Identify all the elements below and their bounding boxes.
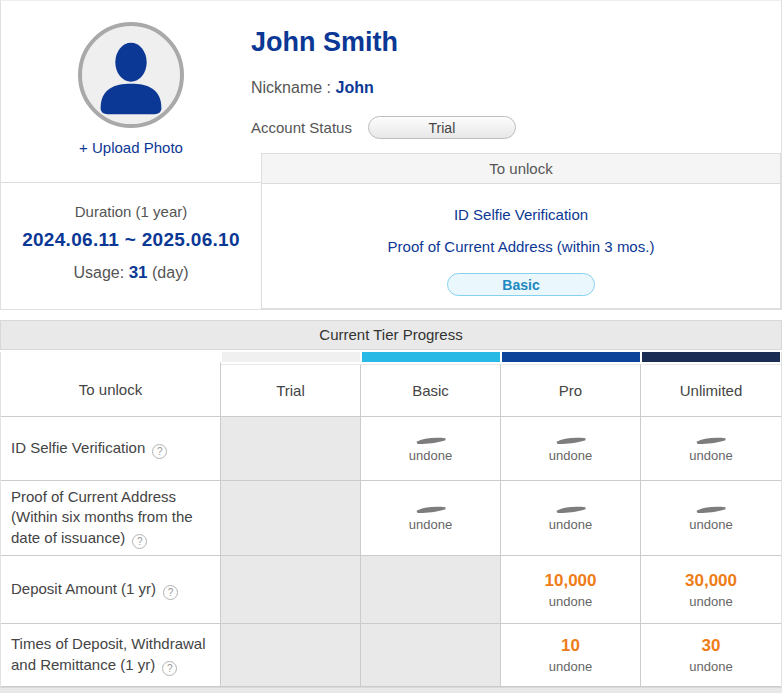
table-row-id-selfie: ID Selfie Verification? undone undone un…: [1, 417, 781, 481]
nickname-row: Nickname : John: [251, 79, 781, 97]
row-label: Deposit Amount (1 yr)?: [1, 556, 221, 623]
column-header-basic: Basic: [361, 364, 501, 416]
cell-pro-target: 10 undone: [501, 624, 641, 686]
help-icon[interactable]: ?: [132, 534, 147, 549]
to-unlock-panel: To unlock ID Selfie Verification Proof o…: [261, 153, 781, 309]
account-status-badge: Trial: [368, 116, 516, 139]
target-value: 30: [702, 636, 721, 656]
nickname-value: John: [335, 79, 373, 96]
duration-range: 2024.06.11 ~ 2025.06.10: [1, 229, 261, 251]
table-row-transaction-times: Times of Deposit, Withdrawal and Remitta…: [1, 624, 781, 687]
cell-pro-undone: undone: [501, 481, 641, 555]
target-value: 10: [561, 636, 580, 656]
row-label: Proof of Current Address (Within six mon…: [1, 481, 221, 555]
help-icon[interactable]: ?: [163, 585, 178, 600]
tier-progress-table: To unlock Trial Basic Pro Unlimited ID S…: [0, 352, 782, 687]
avatar: [78, 22, 184, 128]
user-name: John Smith: [251, 27, 781, 58]
dash-icon: [415, 504, 447, 514]
avatar-block: + Upload Photo: [1, 1, 261, 183]
column-header-unlimited: Unlimited: [641, 364, 781, 416]
dash-icon: [555, 504, 587, 514]
tier-strip-pro: [502, 352, 640, 362]
nickname-label: Nickname :: [251, 79, 331, 96]
column-header-trial: Trial: [221, 364, 361, 416]
cell-unlimited-target: 30,000 undone: [641, 556, 781, 623]
cell-unlimited-undone: undone: [641, 417, 781, 480]
cell-trial-locked: [221, 481, 361, 555]
cell-basic-undone: undone: [361, 481, 501, 555]
next-tier-badge[interactable]: Basic: [447, 273, 595, 296]
account-status-label: Account Status: [251, 119, 352, 136]
cell-basic-undone: undone: [361, 417, 501, 480]
unlock-requirement-address-proof: Proof of Current Address (within 3 mos.): [262, 238, 780, 255]
dash-icon: [695, 504, 727, 514]
cell-pro-target: 10,000 undone: [501, 556, 641, 623]
cell-unlimited-undone: undone: [641, 481, 781, 555]
account-status-row: Account Status Trial: [251, 116, 781, 139]
usage-value: 31: [129, 263, 148, 282]
cell-trial-locked: [221, 624, 361, 686]
target-value: 30,000: [685, 571, 737, 591]
dash-icon: [415, 435, 447, 445]
usage-unit: (day): [152, 264, 188, 281]
profile-section: + Upload Photo Duration (1 year) 2024.06…: [0, 0, 782, 310]
row-label: ID Selfie Verification?: [1, 417, 221, 480]
corner-header: To unlock: [1, 362, 221, 416]
tier-strip-unlimited: [642, 352, 780, 362]
current-tier-progress-title: Current Tier Progress: [0, 320, 782, 350]
cell-pro-undone: undone: [501, 417, 641, 480]
column-header-pro: Pro: [501, 364, 641, 416]
tier-strip-trial: [222, 352, 360, 362]
profile-block: John Smith Nickname : John Account Statu…: [251, 1, 781, 153]
cell-basic-locked: [361, 556, 501, 623]
dash-icon: [555, 435, 587, 445]
usage-line: Usage: 31 (day): [1, 263, 261, 283]
help-icon[interactable]: ?: [162, 661, 177, 676]
row-label: Times of Deposit, Withdrawal and Remitta…: [1, 624, 221, 686]
cell-basic-locked: [361, 624, 501, 686]
tier-strip-basic: [362, 352, 500, 362]
cell-trial-locked: [221, 417, 361, 480]
to-unlock-panel-title: To unlock: [262, 154, 780, 184]
table-row-address-proof: Proof of Current Address (Within six mon…: [1, 481, 781, 556]
help-icon[interactable]: ?: [152, 444, 167, 459]
person-icon: [82, 26, 180, 124]
upload-photo-link[interactable]: + Upload Photo: [1, 139, 261, 156]
cell-unlimited-target: 30 undone: [641, 624, 781, 686]
tier-header-row: To unlock Trial Basic Pro Unlimited: [1, 362, 781, 417]
next-section-edge: [0, 687, 782, 693]
usage-label: Usage:: [74, 264, 125, 281]
cell-trial-locked: [221, 556, 361, 623]
dash-icon: [695, 435, 727, 445]
duration-label: Duration (1 year): [1, 203, 261, 220]
table-row-deposit-amount: Deposit Amount (1 yr)? 10,000 undone 30,…: [1, 556, 781, 624]
target-value: 10,000: [545, 571, 597, 591]
duration-block: Duration (1 year) 2024.06.11 ~ 2025.06.1…: [1, 183, 261, 310]
unlock-requirement-id-selfie: ID Selfie Verification: [262, 206, 780, 223]
tier-color-strip-row: [1, 352, 781, 362]
